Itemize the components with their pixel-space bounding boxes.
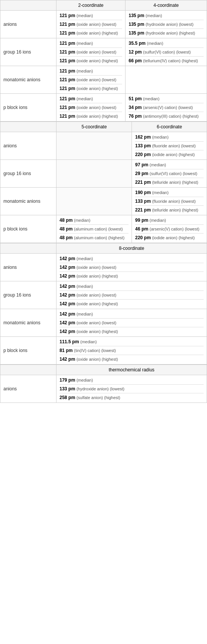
table-row: p block ions 48 pm (median)48 pm (alumin…: [0, 215, 207, 243]
main-table-3: 8-coordinate anions 142 pm (median)142 p…: [0, 243, 207, 365]
cell-entry: 179 pm (median): [60, 377, 204, 383]
pm-value: 190 pm: [135, 190, 151, 195]
cell-entry: 121 pm (oxide anion) (lowest): [60, 105, 122, 110]
pm-tag: (sulfur(VI) cation) (lowest): [143, 50, 191, 54]
pm-value: 48 pm: [60, 235, 73, 240]
cell-entry: 142 pm (oxide anion) (highest): [60, 329, 204, 334]
pm-tag: (median): [77, 284, 93, 289]
cell-6coord: 97 pm (median)29 pm (sulfur(VI) cation) …: [132, 160, 207, 188]
cell-4coord: 135 pm (median)135 pm (hydroxide anion) …: [125, 11, 207, 38]
cell-8coord: 142 pm (median)142 pm (oxide anion) (low…: [56, 281, 207, 309]
row-label: anions: [0, 254, 56, 281]
pm-value: 135 pm: [129, 13, 144, 18]
table-row: anions 162 pm (median)133 pm (fluoride a…: [0, 132, 207, 160]
cell-entry: 66 pm (tellurium(IV) cation) (highest): [129, 58, 204, 63]
pm-value: 121 pm: [60, 41, 75, 46]
pm-value: 29 pm: [135, 171, 148, 176]
cell-entry: 142 pm (oxide anion) (lowest): [60, 320, 204, 325]
pm-value: 12 pm: [129, 49, 142, 55]
col-header-empty-4: [0, 365, 56, 375]
pm-tag: (oxide anion) (highest): [77, 274, 118, 278]
pm-tag: (median): [150, 163, 166, 167]
pm-tag: (median): [147, 41, 163, 46]
pm-value: 121 pm: [60, 77, 75, 82]
pm-value: 142 pm: [60, 256, 75, 261]
row-label: p block ions: [0, 337, 56, 365]
cell-4coord: [125, 66, 207, 94]
cell-5coord: [56, 188, 132, 215]
pm-value: 135 pm: [129, 22, 144, 27]
pm-value: 121 pm: [60, 96, 75, 101]
pm-value: 35.5 pm: [129, 41, 146, 46]
pm-value: 76 pm: [129, 114, 142, 119]
cell-entry: 48 pm (median): [60, 218, 129, 223]
pm-value: 142 pm: [60, 329, 75, 334]
cell-entry: 76 pm (antimony(III) cation) (highest): [129, 114, 204, 119]
pm-value: 142 pm: [60, 273, 75, 279]
pm-value: 133 pm: [60, 386, 75, 391]
cell-entry: 81 pm (tin(IV) cation) (lowest): [60, 348, 204, 353]
col-header-empty-1: [0, 0, 56, 11]
table-row: anions 121 pm (median)121 pm (oxide anio…: [0, 11, 207, 38]
pm-value: 142 pm: [60, 357, 75, 362]
pm-tag: (median): [152, 135, 168, 139]
cell-2coord: 121 pm (median)121 pm (oxide anion) (low…: [56, 38, 125, 66]
table-row: anions 142 pm (median)142 pm (oxide anio…: [0, 254, 207, 281]
pm-tag: (oxide anion) (highest): [77, 301, 118, 306]
pm-value: 133 pm: [135, 199, 151, 204]
pm-tag: (oxide anion) (highest): [77, 357, 118, 361]
col-header-6coord: 6-coordinate: [132, 122, 207, 132]
cell-entry: 121 pm (oxide anion) (highest): [60, 86, 122, 91]
pm-value: 34 pm: [129, 105, 142, 110]
cell-entry: 142 pm (median): [60, 256, 204, 261]
pm-tag: (median): [150, 218, 166, 223]
pm-tag: (fluoride anion) (lowest): [152, 199, 196, 204]
cell-entry: 29 pm (sulfur(VI) cation) (lowest): [135, 171, 204, 176]
cell-6coord: 99 pm (median)46 pm (arsenic(V) cation) …: [132, 215, 207, 243]
cell-entry: 121 pm (oxide anion) (highest): [60, 114, 122, 119]
row-label: group 16 ions: [0, 160, 56, 188]
cell-entry: 221 pm (telluride anion) (highest): [135, 180, 204, 185]
row-label: anions: [0, 375, 56, 403]
pm-tag: (telluride anion) (highest): [152, 208, 198, 212]
cell-entry: 121 pm (median): [60, 41, 122, 46]
cell-4coord: 35.5 pm (median)12 pm (sulfur(VI) cation…: [125, 38, 207, 66]
pm-tag: (oxide anion) (lowest): [77, 50, 116, 54]
table-row: p block ions 121 pm (median)121 pm (oxid…: [0, 94, 207, 122]
pm-value: 121 pm: [60, 58, 75, 63]
pm-value: 135 pm: [129, 30, 144, 36]
table-row: group 16 ions 121 pm (median)121 pm (oxi…: [0, 38, 207, 66]
pm-value: 121 pm: [60, 68, 75, 74]
main-table-4: thermochemical radius anions 179 pm (med…: [0, 365, 207, 403]
col-header-2coord: 2-coordinate: [56, 0, 125, 11]
cell-entry: 121 pm (oxide anion) (highest): [60, 30, 122, 36]
row-label: monatomic anions: [0, 188, 56, 215]
cell-entry: 99 pm (median): [135, 218, 204, 223]
pm-value: 142 pm: [60, 292, 75, 298]
pm-tag: (median): [80, 339, 97, 344]
pm-value: 121 pm: [60, 105, 75, 110]
pm-tag: (median): [77, 96, 93, 101]
cell-entry: 35.5 pm (median): [129, 41, 204, 46]
pm-tag: (sulfate anion) (highest): [77, 395, 121, 400]
cell-entry: 142 pm (oxide anion) (lowest): [60, 265, 204, 270]
cell-8coord: 142 pm (median)142 pm (oxide anion) (low…: [56, 309, 207, 337]
pm-value: 133 pm: [135, 143, 151, 148]
pm-value: 46 pm: [135, 226, 148, 232]
cell-entry: 142 pm (oxide anion) (highest): [60, 273, 204, 279]
cell-entry: 12 pm (sulfur(VI) cation) (lowest): [129, 49, 204, 55]
cell-entry: 121 pm (oxide anion) (lowest): [60, 49, 122, 55]
col-header-empty-2: [0, 122, 56, 132]
pm-tag: (aluminum cation) (lowest): [74, 227, 123, 231]
pm-tag: (iodide anion) (highest): [152, 152, 195, 157]
row-label: p block ions: [0, 215, 56, 243]
pm-tag: (median): [74, 218, 90, 223]
cell-entry: 97 pm (median): [135, 162, 204, 167]
cell-5coord: [56, 160, 132, 188]
cell-entry: 221 pm (telluride anion) (highest): [135, 207, 204, 213]
pm-tag: (telluride anion) (highest): [152, 180, 198, 185]
main-table-1: 2-coordinate 4-coordinate anions 121 pm …: [0, 0, 207, 122]
cell-entry: 220 pm (iodide anion) (highest): [135, 235, 204, 240]
pm-value: 48 pm: [60, 226, 73, 232]
row-label: monatomic anions: [0, 309, 56, 337]
